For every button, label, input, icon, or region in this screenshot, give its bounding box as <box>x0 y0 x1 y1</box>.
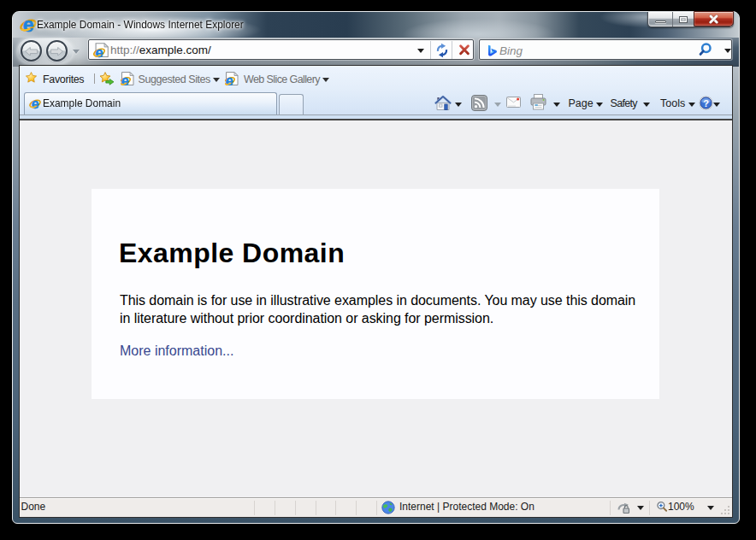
svg-text:?: ? <box>703 97 709 108</box>
